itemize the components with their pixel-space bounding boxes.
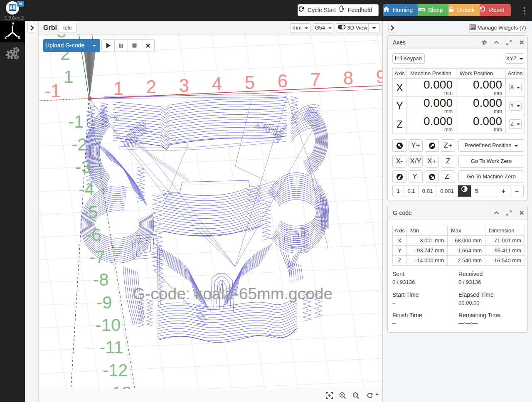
svg-text:-8: -8 — [93, 270, 108, 289]
svg-text:5: 5 — [245, 72, 255, 93]
svg-text:-2: -2 — [71, 135, 87, 154]
svg-text:6: 6 — [278, 71, 288, 91]
svg-text:-10: -10 — [96, 315, 121, 335]
svg-text:2: 2 — [146, 76, 156, 97]
svg-text:X: X — [17, 35, 20, 40]
svg-text:Y: Y — [12, 22, 15, 27]
svg-text:-3: -3 — [75, 157, 91, 177]
svg-text:-4: -4 — [79, 180, 94, 199]
svg-text:-1: -1 — [68, 112, 84, 131]
svg-text:8: 8 — [343, 68, 353, 88]
svg-text:-5: -5 — [82, 202, 98, 222]
svg-text:7: 7 — [310, 69, 320, 90]
svg-text:G-code: koala-65mm.gcode: G-code: koala-65mm.gcode — [133, 285, 332, 303]
svg-text:-13: -13 — [106, 383, 132, 389]
svg-text:-6: -6 — [86, 225, 101, 244]
svg-text:3: 3 — [179, 75, 189, 96]
svg-text:1: 1 — [113, 78, 123, 99]
svg-text:-9: -9 — [96, 293, 112, 312]
svg-text:-1: -1 — [44, 81, 61, 101]
svg-text:1: 1 — [64, 67, 73, 86]
svg-text:9: 9 — [376, 67, 382, 87]
svg-text:-12: -12 — [103, 360, 128, 380]
svg-text:Z: Z — [5, 35, 7, 40]
svg-text:-7: -7 — [89, 247, 105, 267]
svg-text:4: 4 — [212, 74, 222, 94]
svg-text:-11: -11 — [99, 338, 123, 357]
